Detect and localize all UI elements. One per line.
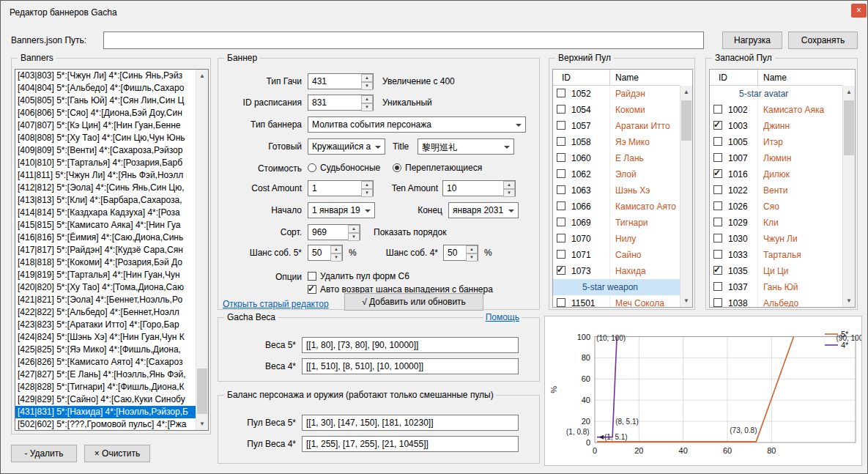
banner-list-item[interactable]: [410|810] 5*:[Тарталья] 4*:[Розария,Барб (15, 157, 196, 169)
pool-row[interactable]: 1057Аратаки Итто (553, 118, 680, 134)
pool-row[interactable]: 1069Тигнари (553, 215, 680, 231)
pool-row[interactable]: 1060Е Лань (553, 150, 680, 166)
upper-pool-scrollbar[interactable]: ▲ ▼ (680, 86, 692, 307)
delete-banner-button[interactable]: - Удалить (11, 445, 77, 462)
spin-up-icon[interactable]: ▲ (361, 95, 373, 103)
row-checkbox[interactable] (557, 185, 565, 194)
help-link[interactable]: Помощь (483, 312, 522, 323)
pool-row[interactable]: 1038Альбедо (710, 295, 842, 307)
pool-row[interactable]: 1016Дилюк (710, 166, 842, 182)
pool-row[interactable]: 1073Нахида (553, 263, 680, 279)
spin-up-icon[interactable]: ▲ (361, 74, 373, 82)
pool-row[interactable]: 1002Камисато Аяка (710, 102, 842, 118)
scroll-up-icon[interactable]: ▲ (680, 86, 692, 98)
load-button[interactable]: Нагрузка (722, 32, 782, 49)
sort-input[interactable]: 969 ▲▼ (308, 224, 360, 240)
row-checkbox[interactable] (557, 89, 565, 97)
scroll-down-icon[interactable]: ▼ (196, 418, 208, 430)
row-checkbox[interactable] (557, 250, 565, 259)
row-checkbox[interactable] (713, 169, 722, 178)
banner-list-item[interactable]: [408|808] 5*:[Ху Тао] 4*:[Син Цю,Чун Юнь (15, 132, 196, 144)
banner-list-item[interactable]: [425|825] 5*:[Яэ Мико] 4*:[Фишль,Диона, (15, 344, 196, 356)
title-select[interactable]: 黎明巡礼 (418, 138, 514, 155)
banner-list-item[interactable]: [422|822] 5*:[Альбедо] 4*:[Беннет,Ноэлл (15, 306, 196, 319)
banner-list-item[interactable]: [409|809] 5*:[Венти] 4*:[Сахароза,Рэйзор (15, 144, 196, 157)
banner-list-item[interactable]: [424|824] 5*:[Шэнь Хэ] 4*:[Нин Гуан,Чун … (15, 331, 196, 344)
row-checkbox[interactable] (557, 218, 565, 226)
row-checkbox[interactable] (713, 250, 722, 259)
spinner[interactable]: ▲▼ (466, 245, 478, 260)
banner-list-item[interactable]: [423|823] 5*:[Аратаки Итто] 4*:[Горо,Бар (15, 319, 196, 331)
chance5-input[interactable]: 50 ▲▼ (308, 245, 343, 261)
banner-list-item[interactable]: [420|820] 5*:[Ху Тао] 4*:[Тома,Диона,Саю (15, 281, 196, 294)
banner-list-item[interactable]: [414|814] 5*:[Каздхара Кадзуха] 4*:[Роза (15, 207, 196, 219)
banner-list-item[interactable]: [502|602] 5*:[???,Громовой пульс] 4*:[Рж… (15, 418, 196, 430)
pool-row[interactable]: 1071Сайно (553, 247, 680, 263)
row-checkbox[interactable] (713, 105, 722, 114)
banner-list-item[interactable]: [421|821] 5*:[Эола] 4*:[Беннет,Ноэлль,Ро (15, 294, 196, 306)
banner-list-item[interactable]: [403|803] 5*:[Чжун Ли] 4*:[Синь Янь,Рэйз (15, 70, 196, 82)
row-checkbox[interactable] (713, 282, 722, 291)
pool-section-row[interactable]: 5-star avatar (710, 86, 842, 102)
row-checkbox[interactable] (557, 121, 565, 130)
spinner[interactable]: ▲▼ (503, 181, 515, 196)
banner-list-item[interactable]: [419|819] 5*:[Тарталья] 4*:[Нин Гуан,Чун (15, 269, 196, 281)
ten-amount-input[interactable]: 10 ▲▼ (442, 180, 516, 196)
row-checkbox[interactable] (557, 169, 565, 178)
chance4-input[interactable]: 50 ▲▼ (443, 245, 478, 261)
gacha-type-input[interactable]: 431 ▲▼ (308, 73, 374, 89)
banner-list-item[interactable]: [415|815] 5*:[Камисато Аяка] 4*:[Нин Гуа (15, 219, 196, 232)
row-checkbox[interactable] (713, 234, 722, 242)
pool-row[interactable]: 1058Яэ Мико (553, 134, 680, 150)
banner-list-item[interactable]: [404|804] 5*:[Альбедо] 4*:[Фишль,Сахаро (15, 82, 196, 95)
spin-down-icon[interactable]: ▼ (503, 189, 515, 197)
banner-list-item[interactable]: [412|812] 5*:[Эола] 4*:[Синь Янь,Син Цю, (15, 182, 196, 194)
spin-down-icon[interactable]: ▼ (361, 82, 373, 90)
pool-row[interactable]: 1054Кокоми (553, 102, 680, 118)
row-checkbox[interactable] (713, 218, 722, 226)
spin-down-icon[interactable]: ▼ (466, 253, 478, 262)
schedule-id-input[interactable]: 831 ▲▼ (308, 95, 374, 111)
banner-list-item[interactable]: [411|811] 5*:[Чжун Ли] 4*:[Янь Фэй,Ноэлл (15, 169, 196, 182)
pool-row[interactable]: 11501Меч Сокола (553, 295, 680, 307)
pool-section-row[interactable]: 5-star weapon (553, 279, 680, 295)
banner-list-item[interactable]: [426|826] 5*:[Камисато Аято] 4*:[Сахароз (15, 356, 196, 369)
pool-row[interactable]: 1003Джинн (710, 118, 842, 134)
spinner[interactable]: ▲▼ (361, 74, 373, 89)
row-checkbox[interactable] (713, 201, 722, 210)
row-checkbox[interactable] (557, 234, 565, 242)
pool-row[interactable]: 1066Камисато Аято (553, 199, 680, 215)
row-checkbox[interactable] (557, 153, 565, 162)
banner-list-item[interactable]: [407|807] 5*:[Кэ Цин] 4*:[Нин Гуан,Бенне (15, 119, 196, 132)
pool-row[interactable]: 1063Шэнь Хэ (553, 182, 680, 199)
banner-list-item[interactable]: [418|818] 5*:[Кокоми] 4*:[Розария,Бэй До (15, 256, 196, 269)
scroll-up-icon[interactable]: ▲ (196, 70, 208, 82)
row-checkbox[interactable] (713, 121, 722, 130)
banner-list-item[interactable]: [429|829] 5*:[Сайно] 4*:[Саю,Куки Синобу (15, 393, 196, 406)
pool-row[interactable]: 1037Гань Юй (710, 279, 842, 295)
pool-row[interactable]: 1026Сяо (710, 199, 842, 215)
row-checkbox[interactable] (557, 105, 565, 114)
add-or-update-button[interactable]: √ Добавить или обновить (344, 293, 483, 311)
close-button[interactable]: × (851, 4, 867, 18)
pool-row[interactable]: 1030Чжун Ли (710, 231, 842, 247)
scroll-down-icon[interactable]: ▼ (680, 295, 692, 307)
banner-list-item[interactable]: [428|828] 5*:[Тигнари] 4*:[Фишль,Диона,К (15, 381, 196, 393)
weights5-input[interactable]: [[1, 80], [73, 80], [90, 10000]] (302, 337, 519, 353)
clear-banners-button[interactable]: × Очистить (84, 445, 150, 462)
weights4-input[interactable]: [[1, 510], [8, 510], [10, 10000]] (302, 358, 519, 374)
row-checkbox[interactable] (713, 185, 722, 194)
row-checkbox[interactable] (713, 153, 722, 162)
row-checkbox[interactable] (557, 137, 565, 146)
pool-row[interactable]: 1070Нилу (553, 231, 680, 247)
pool-weights5-input[interactable]: [[1, 30], [147, 150], [181, 10230]] (302, 415, 519, 431)
banner-list-item[interactable]: [427|827] 5*:[Е Лань] 4*:[Ноэлль,Янь Фэй… (15, 369, 196, 381)
scroll-down-icon[interactable]: ▼ (843, 295, 855, 307)
pool-row[interactable]: 1033Тарталья (710, 247, 842, 263)
banner-list-item[interactable]: [417|817] 5*:[Райдэн] 4*:[Кудзё Сара,Сян (15, 244, 196, 256)
spin-down-icon[interactable]: ▼ (330, 253, 342, 262)
pool-row[interactable]: 1007Люмин (710, 150, 842, 166)
pool-row[interactable]: 1029Кли (710, 215, 842, 231)
row-checkbox[interactable] (557, 266, 565, 275)
spin-up-icon[interactable]: ▲ (503, 181, 515, 189)
